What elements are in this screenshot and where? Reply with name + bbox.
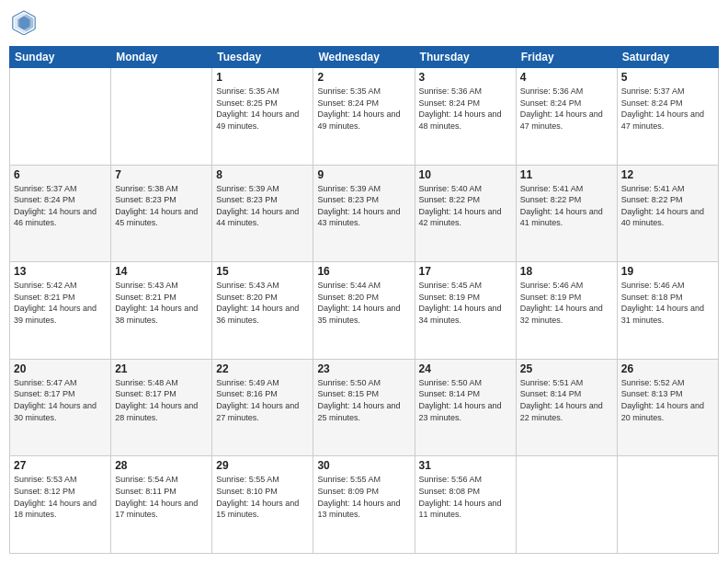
week-row-1: 1 Sunrise: 5:35 AMSunset: 8:25 PMDayligh… [10, 68, 719, 166]
day-number: 14 [115, 265, 208, 278]
day-info: Sunrise: 5:55 AMSunset: 8:10 PMDaylight:… [216, 474, 309, 520]
day-cell: 9 Sunrise: 5:39 AMSunset: 8:23 PMDayligh… [313, 165, 415, 262]
day-cell [10, 68, 111, 166]
day-cell: 23 Sunrise: 5:50 AMSunset: 8:15 PMDaylig… [313, 359, 415, 456]
day-info: Sunrise: 5:36 AMSunset: 8:24 PMDaylight:… [520, 86, 613, 132]
day-info: Sunrise: 5:37 AMSunset: 8:24 PMDaylight:… [621, 86, 714, 132]
day-cell: 3 Sunrise: 5:36 AMSunset: 8:24 PMDayligh… [415, 68, 516, 166]
day-cell: 22 Sunrise: 5:49 AMSunset: 8:16 PMDaylig… [212, 359, 313, 456]
day-info: Sunrise: 5:52 AMSunset: 8:13 PMDaylight:… [621, 377, 714, 423]
day-cell: 19 Sunrise: 5:46 AMSunset: 8:18 PMDaylig… [617, 262, 718, 360]
day-cell: 27 Sunrise: 5:53 AMSunset: 8:12 PMDaylig… [10, 456, 111, 554]
day-number: 17 [419, 265, 512, 278]
day-cell: 31 Sunrise: 5:56 AMSunset: 8:08 PMDaylig… [415, 456, 516, 554]
day-info: Sunrise: 5:54 AMSunset: 8:11 PMDaylight:… [115, 474, 208, 520]
day-info: Sunrise: 5:43 AMSunset: 8:21 PMDaylight:… [115, 280, 208, 326]
day-cell [111, 68, 212, 166]
day-cell: 4 Sunrise: 5:36 AMSunset: 8:24 PMDayligh… [516, 68, 617, 166]
day-info: Sunrise: 5:56 AMSunset: 8:08 PMDaylight:… [419, 474, 512, 520]
day-cell [516, 456, 617, 554]
day-cell: 30 Sunrise: 5:55 AMSunset: 8:09 PMDaylig… [313, 456, 415, 554]
day-number: 15 [216, 265, 309, 278]
day-number: 13 [14, 265, 107, 278]
weekday-header-friday: Friday [516, 47, 617, 68]
day-cell: 11 Sunrise: 5:41 AMSunset: 8:22 PMDaylig… [516, 165, 617, 262]
day-info: Sunrise: 5:42 AMSunset: 8:21 PMDaylight:… [14, 280, 107, 326]
day-info: Sunrise: 5:46 AMSunset: 8:19 PMDaylight:… [520, 280, 613, 326]
day-number: 31 [419, 459, 512, 472]
day-number: 26 [621, 362, 714, 375]
day-cell: 13 Sunrise: 5:42 AMSunset: 8:21 PMDaylig… [10, 262, 111, 360]
day-number: 27 [14, 459, 107, 472]
day-cell: 17 Sunrise: 5:45 AMSunset: 8:19 PMDaylig… [415, 262, 516, 360]
day-info: Sunrise: 5:35 AMSunset: 8:25 PMDaylight:… [216, 86, 309, 132]
week-row-4: 20 Sunrise: 5:47 AMSunset: 8:17 PMDaylig… [10, 359, 719, 456]
day-cell: 28 Sunrise: 5:54 AMSunset: 8:11 PMDaylig… [111, 456, 212, 554]
day-cell: 1 Sunrise: 5:35 AMSunset: 8:25 PMDayligh… [212, 68, 313, 166]
day-number: 24 [419, 362, 512, 375]
day-info: Sunrise: 5:41 AMSunset: 8:22 PMDaylight:… [520, 183, 613, 229]
day-info: Sunrise: 5:50 AMSunset: 8:15 PMDaylight:… [317, 377, 410, 423]
weekday-header-row: SundayMondayTuesdayWednesdayThursdayFrid… [10, 47, 719, 68]
day-number: 22 [216, 362, 309, 375]
day-cell: 10 Sunrise: 5:40 AMSunset: 8:22 PMDaylig… [415, 165, 516, 262]
day-number: 2 [317, 71, 410, 84]
day-number: 23 [317, 362, 410, 375]
day-cell [617, 456, 718, 554]
day-number: 18 [520, 265, 613, 278]
day-info: Sunrise: 5:48 AMSunset: 8:17 PMDaylight:… [115, 377, 208, 423]
day-info: Sunrise: 5:41 AMSunset: 8:22 PMDaylight:… [621, 183, 714, 229]
day-number: 30 [317, 459, 410, 472]
day-info: Sunrise: 5:50 AMSunset: 8:14 PMDaylight:… [419, 377, 512, 423]
weekday-header-wednesday: Wednesday [313, 47, 415, 68]
day-number: 25 [520, 362, 613, 375]
day-cell: 8 Sunrise: 5:39 AMSunset: 8:23 PMDayligh… [212, 165, 313, 262]
day-info: Sunrise: 5:36 AMSunset: 8:24 PMDaylight:… [419, 86, 512, 132]
week-row-2: 6 Sunrise: 5:37 AMSunset: 8:24 PMDayligh… [10, 165, 719, 262]
day-info: Sunrise: 5:44 AMSunset: 8:20 PMDaylight:… [317, 280, 410, 326]
day-info: Sunrise: 5:39 AMSunset: 8:23 PMDaylight:… [216, 183, 309, 229]
week-row-5: 27 Sunrise: 5:53 AMSunset: 8:12 PMDaylig… [10, 456, 719, 554]
day-info: Sunrise: 5:35 AMSunset: 8:24 PMDaylight:… [317, 86, 410, 132]
weekday-header-tuesday: Tuesday [212, 47, 313, 68]
page: SundayMondayTuesdayWednesdayThursdayFrid… [0, 0, 728, 563]
logo-icon [11, 9, 37, 35]
day-cell: 2 Sunrise: 5:35 AMSunset: 8:24 PMDayligh… [313, 68, 415, 166]
day-number: 4 [520, 71, 613, 84]
weekday-header-thursday: Thursday [415, 47, 516, 68]
day-cell: 15 Sunrise: 5:43 AMSunset: 8:20 PMDaylig… [212, 262, 313, 360]
day-number: 6 [14, 168, 107, 181]
day-number: 21 [115, 362, 208, 375]
day-number: 3 [419, 71, 512, 84]
weekday-header-monday: Monday [111, 47, 212, 68]
day-number: 9 [317, 168, 410, 181]
day-number: 12 [621, 168, 714, 181]
day-info: Sunrise: 5:51 AMSunset: 8:14 PMDaylight:… [520, 377, 613, 423]
day-number: 8 [216, 168, 309, 181]
day-cell: 25 Sunrise: 5:51 AMSunset: 8:14 PMDaylig… [516, 359, 617, 456]
calendar-table: SundayMondayTuesdayWednesdayThursdayFrid… [9, 46, 719, 554]
day-cell: 16 Sunrise: 5:44 AMSunset: 8:20 PMDaylig… [313, 262, 415, 360]
day-number: 1 [216, 71, 309, 84]
logo [9, 9, 37, 39]
day-cell: 14 Sunrise: 5:43 AMSunset: 8:21 PMDaylig… [111, 262, 212, 360]
day-info: Sunrise: 5:45 AMSunset: 8:19 PMDaylight:… [419, 280, 512, 326]
day-cell: 21 Sunrise: 5:48 AMSunset: 8:17 PMDaylig… [111, 359, 212, 456]
day-cell: 18 Sunrise: 5:46 AMSunset: 8:19 PMDaylig… [516, 262, 617, 360]
day-cell: 26 Sunrise: 5:52 AMSunset: 8:13 PMDaylig… [617, 359, 718, 456]
week-row-3: 13 Sunrise: 5:42 AMSunset: 8:21 PMDaylig… [10, 262, 719, 360]
day-number: 16 [317, 265, 410, 278]
header [9, 9, 719, 39]
day-number: 5 [621, 71, 714, 84]
day-info: Sunrise: 5:39 AMSunset: 8:23 PMDaylight:… [317, 183, 410, 229]
day-cell: 29 Sunrise: 5:55 AMSunset: 8:10 PMDaylig… [212, 456, 313, 554]
day-number: 28 [115, 459, 208, 472]
day-info: Sunrise: 5:46 AMSunset: 8:18 PMDaylight:… [621, 280, 714, 326]
day-number: 19 [621, 265, 714, 278]
day-info: Sunrise: 5:37 AMSunset: 8:24 PMDaylight:… [14, 183, 107, 229]
day-number: 10 [419, 168, 512, 181]
weekday-header-sunday: Sunday [10, 47, 111, 68]
day-cell: 6 Sunrise: 5:37 AMSunset: 8:24 PMDayligh… [10, 165, 111, 262]
day-cell: 7 Sunrise: 5:38 AMSunset: 8:23 PMDayligh… [111, 165, 212, 262]
day-info: Sunrise: 5:55 AMSunset: 8:09 PMDaylight:… [317, 474, 410, 520]
